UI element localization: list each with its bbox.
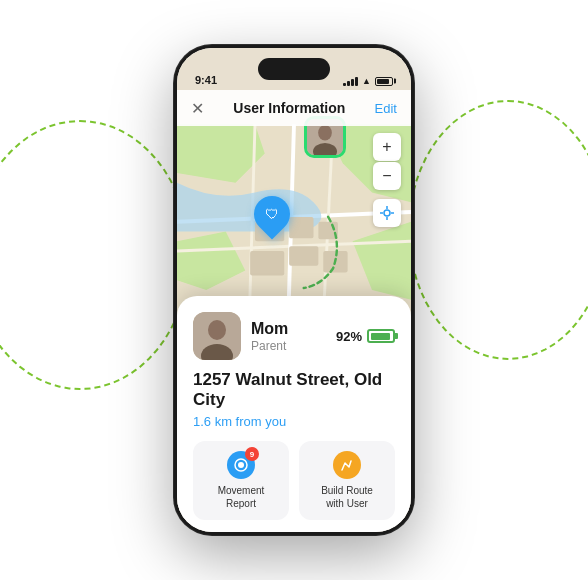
signal-bars [343,77,358,86]
zoom-out-button[interactable]: − [373,162,401,190]
signal-bar-1 [343,83,346,86]
close-button[interactable]: ✕ [191,99,204,118]
build-route-icon [333,451,361,479]
build-route-button[interactable]: Build Routewith User [299,441,395,520]
battery-indicator-fill [371,333,390,340]
nav-bar: ✕ User Information Edit [177,90,411,126]
shield-icon: 🛡 [265,206,279,222]
movement-report-label: MovementReport [218,484,265,510]
address-text: 1257 Walnut Street, Old City [193,370,395,410]
user-avatar [193,312,241,360]
build-route-label: Build Routewith User [321,484,373,510]
movement-report-button[interactable]: 9 MovementReport [193,441,289,520]
distance-text: 1.6 km from you [193,414,395,429]
dashed-circle-left [0,120,190,390]
svg-point-16 [208,320,226,340]
signal-bar-3 [351,79,354,86]
dynamic-island [258,58,330,80]
battery-percent: 92% [336,329,362,344]
signal-bar-2 [347,81,350,86]
svg-rect-4 [250,251,284,275]
signal-bar-4 [355,77,358,86]
movement-report-badge: 9 [245,447,259,461]
page-title: User Information [233,100,345,116]
battery-fill [377,79,389,84]
dashed-circle-right [408,100,588,360]
battery-status: 92% [336,329,395,344]
location-button[interactable] [373,199,401,227]
battery-indicator [367,329,395,343]
svg-rect-5 [289,246,318,266]
svg-point-18 [238,462,244,468]
battery-icon [375,77,393,86]
zoom-in-button[interactable]: + [373,133,401,161]
svg-point-8 [318,125,332,140]
user-name-group: Mom Parent [251,320,288,353]
user-info-row: Mom Parent 92% [193,312,395,360]
svg-point-10 [384,210,390,216]
edit-button[interactable]: Edit [375,101,397,116]
svg-rect-6 [323,251,347,272]
phone-frame: 🛡 9:41 ▲ ✕ [174,45,414,535]
blue-location-pin: 🛡 [254,196,290,232]
map-controls: + − [373,133,401,227]
user-role: Parent [251,339,288,353]
status-icons: ▲ [343,76,393,86]
bottom-card: Mom Parent 92% 1257 Walnut Street, Old C… [177,296,411,532]
action-buttons: 9 MovementReport Build Routewith User [193,441,395,520]
status-time: 9:41 [195,74,217,86]
wifi-icon: ▲ [362,76,371,86]
svg-rect-2 [289,217,313,238]
user-name: Mom [251,320,288,338]
svg-rect-3 [318,222,338,240]
phone-inner: 🛡 9:41 ▲ ✕ [177,48,411,532]
